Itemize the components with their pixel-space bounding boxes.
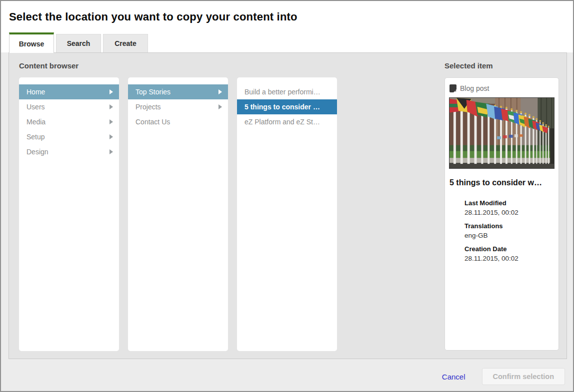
dialog-footer: Cancel Confirm selection	[442, 368, 565, 386]
list-item[interactable]: Users	[19, 99, 119, 114]
list-item-label: Design	[26, 144, 110, 159]
chevron-right-icon	[218, 89, 222, 94]
field-value: 28.11.2015, 00:02	[464, 209, 558, 216]
browser-column-3: Build a better performi…5 things to cons…	[237, 77, 337, 351]
dialog-header: Select the location you want to copy you…	[1, 1, 573, 52]
preview-image-flags	[449, 97, 554, 169]
content-type-label: Blog post	[460, 84, 489, 92]
list-item-label: Setup	[26, 129, 110, 144]
list-item[interactable]: Media	[19, 114, 119, 129]
tab-bar: Browse Search Create	[9, 32, 150, 52]
chevron-right-icon	[110, 119, 113, 124]
browser-column-2: Top StoriesProjectsContact Us	[128, 77, 228, 351]
browser-columns: HomeUsersMediaSetupDesignTop StoriesProj…	[19, 77, 346, 351]
document-icon	[450, 84, 456, 92]
list-item[interactable]: Projects	[128, 99, 228, 114]
field-label: Translations	[464, 222, 558, 230]
list-item-label: Users	[26, 99, 110, 114]
page-title: Select the location you want to copy you…	[9, 10, 298, 23]
tab-browse[interactable]: Browse	[9, 32, 54, 53]
selected-item-title: 5 things to consider w…	[445, 169, 558, 190]
field-value: eng-GB	[464, 232, 558, 239]
selected-item-fields: Last Modified28.11.2015, 00:02Translatio…	[445, 190, 558, 262]
chevron-right-icon	[110, 149, 113, 154]
chevron-right-icon	[110, 134, 113, 139]
content-browser-panel: Content browser HomeUsersMediaSetupDesig…	[8, 52, 567, 359]
chevron-right-icon	[218, 104, 222, 109]
tab-create[interactable]: Create	[103, 34, 148, 52]
field-value: 28.11.2015, 00:02	[464, 255, 558, 262]
selected-item-panel: Blog post	[444, 77, 559, 351]
list-item-label: 5 things to consider …	[244, 99, 331, 114]
list-item-label: Build a better performi…	[244, 84, 331, 99]
browser-column-1: HomeUsersMediaSetupDesign	[19, 77, 119, 351]
copy-location-dialog: { "header": { "title": "Select the locat…	[0, 0, 574, 392]
selected-item-heading: Selected item	[444, 61, 493, 70]
list-item-label: Media	[26, 114, 110, 129]
list-item-label: Projects	[136, 99, 218, 114]
list-item[interactable]: Setup	[19, 129, 119, 144]
list-item[interactable]: 5 things to consider …	[237, 99, 337, 114]
field-label: Last Modified	[464, 199, 558, 207]
content-browser-heading: Content browser	[19, 61, 78, 70]
cancel-button[interactable]: Cancel	[442, 373, 466, 381]
list-item-label: Top Stories	[136, 84, 218, 99]
chevron-right-icon	[110, 104, 113, 109]
field-label: Creation Date	[464, 245, 558, 253]
list-item-label: Contact Us	[136, 114, 222, 129]
chevron-right-icon	[110, 89, 113, 94]
list-item[interactable]: eZ Platform and eZ St…	[237, 114, 337, 129]
content-type-row: Blog post	[445, 78, 558, 97]
list-item[interactable]: Build a better performi…	[237, 84, 337, 99]
list-item-label: Home	[26, 84, 110, 99]
list-item[interactable]: Home	[19, 84, 119, 99]
list-item[interactable]: Top Stories	[128, 84, 228, 99]
confirm-selection-button[interactable]: Confirm selection	[482, 368, 565, 385]
list-item[interactable]: Contact Us	[128, 114, 228, 129]
tab-search[interactable]: Search	[56, 34, 101, 52]
list-item-label: eZ Platform and eZ St…	[244, 114, 331, 129]
list-item[interactable]: Design	[19, 144, 119, 159]
